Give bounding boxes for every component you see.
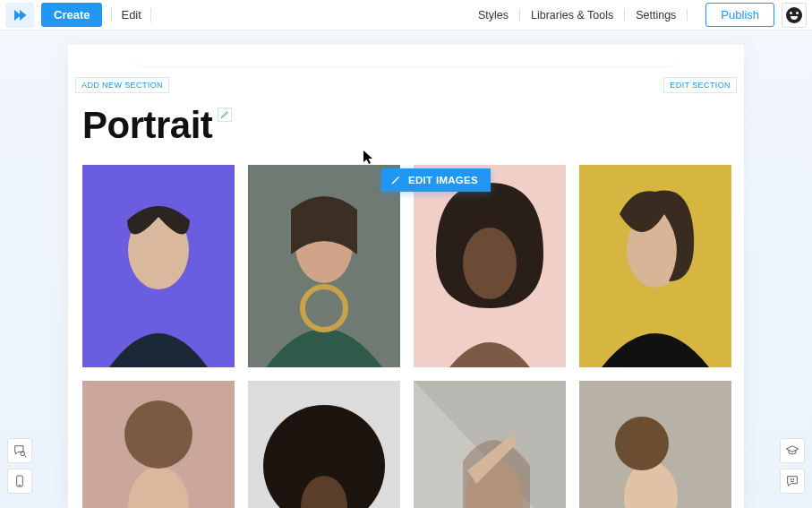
mouse-cursor bbox=[363, 151, 374, 168]
format-logo[interactable] bbox=[5, 3, 34, 28]
edit-button[interactable]: Edit bbox=[121, 8, 141, 22]
create-button[interactable]: Create bbox=[41, 3, 102, 27]
nav-settings[interactable]: Settings bbox=[634, 9, 678, 22]
edit-images-button[interactable]: EDIT IMAGES bbox=[381, 168, 491, 192]
gallery-image[interactable] bbox=[82, 165, 235, 367]
learn-button[interactable] bbox=[780, 438, 805, 463]
divider bbox=[150, 8, 151, 22]
graduation-cap-icon bbox=[785, 443, 799, 458]
page-canvas: ADD NEW SECTION EDIT SECTION Portrait ED… bbox=[68, 45, 744, 508]
divider bbox=[519, 9, 520, 22]
top-bar: Create Edit Styles Libraries & Tools Set… bbox=[0, 0, 812, 30]
divider bbox=[111, 8, 112, 22]
gallery-image[interactable] bbox=[82, 381, 235, 508]
chat-smile-icon bbox=[785, 474, 799, 488]
publish-button[interactable]: Publish bbox=[705, 3, 774, 27]
mobile-icon bbox=[13, 474, 27, 488]
svg-point-23 bbox=[791, 478, 791, 479]
gallery-image[interactable] bbox=[579, 165, 731, 367]
divider bbox=[624, 9, 625, 22]
nav-styles[interactable]: Styles bbox=[476, 9, 510, 22]
section-title: Portrait bbox=[82, 104, 212, 147]
add-new-section-button[interactable]: ADD NEW SECTION bbox=[75, 77, 169, 93]
search-bar[interactable] bbox=[136, 52, 676, 66]
edit-title-button[interactable] bbox=[218, 108, 232, 122]
section-title-row: Portrait bbox=[82, 104, 232, 147]
gallery-image[interactable] bbox=[414, 381, 566, 508]
nav-libraries-tools[interactable]: Libraries & Tools bbox=[529, 9, 615, 22]
mobile-preview-button[interactable] bbox=[7, 469, 32, 494]
svg-point-11 bbox=[124, 400, 192, 469]
pencil-icon bbox=[390, 175, 401, 185]
svg-point-6 bbox=[463, 228, 517, 299]
svg-point-24 bbox=[793, 478, 794, 479]
gallery-image[interactable] bbox=[248, 381, 400, 508]
edit-images-label: EDIT IMAGES bbox=[408, 175, 478, 185]
user-avatar[interactable] bbox=[782, 3, 807, 28]
feedback-button[interactable] bbox=[780, 469, 805, 494]
comment-search-button[interactable] bbox=[7, 438, 32, 463]
divider bbox=[687, 9, 688, 22]
chat-search-icon bbox=[13, 443, 27, 458]
image-gallery bbox=[82, 165, 731, 508]
gallery-image[interactable] bbox=[414, 165, 566, 367]
svg-point-19 bbox=[615, 417, 669, 470]
gallery-image[interactable] bbox=[248, 165, 400, 367]
gallery-image[interactable] bbox=[579, 381, 731, 508]
edit-section-button[interactable]: EDIT SECTION bbox=[663, 77, 737, 93]
